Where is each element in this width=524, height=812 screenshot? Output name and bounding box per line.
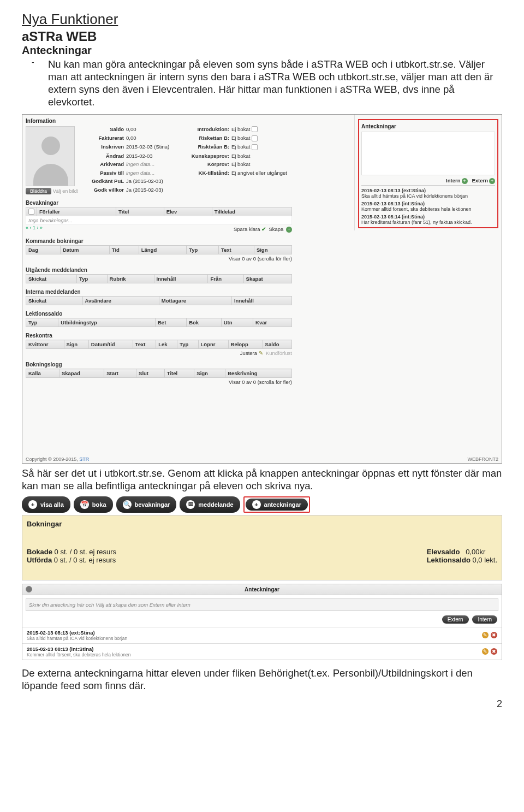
label-passiv: Passiv till — [80, 170, 124, 177]
th-kvar[interactable]: Kvar — [253, 318, 292, 327]
th-utbtyp[interactable]: Utbildningstyp — [58, 318, 156, 327]
delete-icon[interactable]: ✖ — [491, 648, 497, 655]
th-sign[interactable]: Sign — [254, 246, 291, 254]
th-bok[interactable]: Bok — [187, 318, 221, 327]
th-fran[interactable]: Från — [208, 275, 243, 283]
spara-klara-button[interactable]: Spara klara — [234, 226, 260, 232]
bevakningar-title: Bevakningar — [26, 200, 292, 206]
th-forfaller[interactable]: Förfaller — [37, 207, 116, 216]
meddelande-button[interactable]: ✉meddelande — [180, 496, 240, 513]
bullet-dash: - — [32, 58, 48, 109]
th-lek[interactable]: Lek — [156, 340, 177, 349]
checkbox-riskettan[interactable] — [252, 135, 258, 141]
th-langd[interactable]: Längd — [139, 246, 186, 254]
th-rubrik[interactable]: Rubrik — [107, 275, 154, 283]
th-tid[interactable]: Tid — [109, 246, 139, 254]
th-tilldelad[interactable]: Tilldelad — [212, 207, 291, 216]
th-belopp[interactable]: Belopp — [228, 340, 263, 349]
th-text[interactable]: Text — [218, 246, 254, 254]
th-mottagare[interactable]: Mottagare — [159, 297, 231, 305]
info-grid: Saldo0,00 Introduktion:Ej bokat Fakturer… — [80, 126, 291, 194]
boka-button[interactable]: 📅boka — [74, 496, 113, 513]
kundforlust-button[interactable]: Kundförlust — [266, 350, 292, 356]
anteckningar-button[interactable]: +anteckningar — [246, 499, 308, 511]
plus-icon: + — [286, 227, 292, 233]
value-saldo: 0,00 — [126, 126, 186, 134]
th-typ[interactable]: Typ — [187, 246, 219, 254]
th-skapat[interactable]: Skapat — [243, 275, 291, 283]
value-arkiverad: ingen data... — [126, 161, 186, 169]
th-saldo2[interactable]: Saldo — [263, 340, 291, 349]
th-besk[interactable]: Beskrivning — [225, 369, 292, 378]
th-datumtid[interactable]: Datum/tid — [88, 340, 133, 349]
note-meta: 2015-02-13 08:13 (int:Stina) — [361, 201, 495, 206]
label-elevsaldo: Elevsaldo — [427, 548, 460, 556]
plus-icon: + — [489, 178, 495, 184]
value-utforda: 0 st. / 0 st. ej resurs — [54, 556, 116, 564]
label-kk: KK-tillstånd: — [188, 170, 229, 177]
th-typ3[interactable]: Typ — [26, 318, 58, 327]
label-villkor: Godk villkor — [80, 187, 124, 194]
label-andrad: Ändrad — [80, 153, 124, 161]
value-fakturerat: 0,00 — [126, 135, 186, 143]
th-bet[interactable]: Bet — [155, 318, 186, 327]
gear-icon[interactable] — [26, 586, 32, 592]
th-skickat[interactable]: Skickat — [26, 275, 77, 283]
note-text: Ska alltid hämtas på ICA vid körlektione… — [361, 193, 495, 199]
th-avsandare[interactable]: Avsändare — [82, 297, 159, 305]
bokningar-title: Bokningar — [27, 520, 497, 528]
note-input[interactable]: Skriv din anteckning här och Välj att sk… — [26, 598, 498, 611]
th-lopnr[interactable]: Löpnr — [198, 340, 228, 349]
th-text2[interactable]: Text — [133, 340, 156, 349]
value-kunskap: Ej bokat — [231, 153, 291, 161]
edit-icon[interactable]: ✎ — [482, 632, 489, 638]
th-slut[interactable]: Slut — [136, 369, 165, 378]
interna-table: SkickatAvsändareMottagareInnehåll — [26, 296, 292, 305]
webfront-label: WEBFRONT2 — [467, 457, 498, 462]
intern-button[interactable]: Intern — [446, 177, 460, 183]
th-datum[interactable]: Datum — [60, 246, 109, 254]
th-typ2[interactable]: Typ — [77, 275, 107, 283]
pager[interactable]: « ‹ 1 › » — [26, 225, 43, 233]
visa-alla-button[interactable]: +visa alla — [22, 496, 70, 513]
edit-icon[interactable]: ✎ — [482, 648, 489, 655]
th-kalla[interactable]: Källa — [26, 369, 59, 378]
utgaende-table: SkickatTypRubrikInnehållFrånSkapat — [26, 274, 292, 283]
th-typ4[interactable]: Typ — [177, 340, 199, 349]
str-link[interactable]: STR — [79, 457, 89, 462]
checkbox-intro[interactable] — [252, 126, 258, 132]
th-dag[interactable]: Dag — [26, 246, 61, 254]
mail-icon: ✉ — [186, 500, 195, 509]
value-lektionsaldo: 0,0 lekt. — [472, 556, 497, 564]
extern-button[interactable]: Extern — [442, 615, 469, 624]
th-kvittonr[interactable]: Kvittonr — [26, 340, 64, 349]
th-start[interactable]: Start — [104, 369, 136, 378]
th-sign3[interactable]: Sign — [194, 369, 225, 378]
checkbox-all[interactable] — [28, 209, 34, 215]
dialog-header: Anteckningar — [22, 584, 502, 595]
checkbox-risktvaan[interactable] — [252, 144, 258, 150]
th-titel2[interactable]: Titel — [164, 369, 194, 378]
extern-button[interactable]: Extern — [472, 177, 488, 183]
note-text: Har krediterat fakturan (fanr 51), ny fa… — [361, 220, 495, 225]
bokningslogg-table: KällaSkapadStartSlutTitelSignBeskrivning — [26, 369, 292, 378]
th-innehall2[interactable]: Innehåll — [231, 297, 291, 305]
skapa-button[interactable]: Skapa — [269, 226, 283, 232]
th-titel[interactable]: Titel — [116, 207, 164, 216]
th-skapad[interactable]: Skapad — [59, 369, 104, 378]
anteckningar-title: Anteckningar — [361, 123, 495, 129]
intern-button[interactable]: Intern — [472, 615, 497, 624]
justera-button[interactable]: Justera — [240, 350, 257, 356]
th-innehall[interactable]: Innehåll — [154, 275, 208, 283]
th-skickat2[interactable]: Skickat — [26, 297, 83, 305]
calendar-icon: 📅 — [80, 500, 89, 509]
th-sign2[interactable]: Sign — [64, 340, 88, 349]
note-meta: 2015-02-13 08:13 (ext:Stina) — [361, 188, 495, 193]
th-utn[interactable]: Utn — [221, 318, 253, 327]
th-elev[interactable]: Elev — [164, 207, 212, 216]
anteckningar-textarea[interactable] — [361, 132, 495, 175]
bevakningar-button[interactable]: 🔍bevakningar — [116, 496, 177, 513]
browse-button[interactable]: Bläddra — [26, 188, 51, 194]
bevakningar-empty: Inga bevakningar... — [26, 216, 292, 225]
delete-icon[interactable]: ✖ — [491, 632, 497, 638]
